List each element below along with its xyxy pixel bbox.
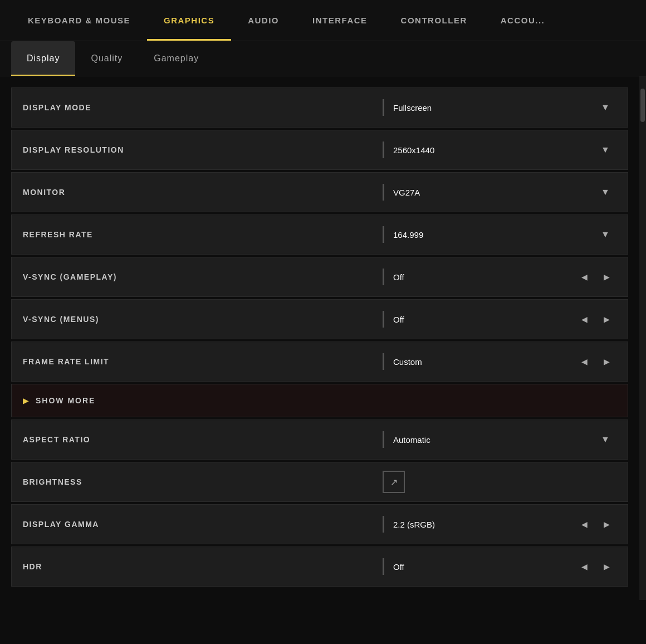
scrollbar[interactable] [639,76,646,600]
show-more-arrow-icon: ▶ [23,396,29,405]
divider-vsync-menus [383,311,384,328]
top-nav-item-account[interactable]: ACCOU... [484,0,562,41]
sub-tab-gameplay[interactable]: Gameplay [138,41,214,76]
left-arrow-vsync-menus[interactable]: ◀ [574,309,594,329]
setting-row-refresh-rate: REFRESH RATE164.999 [11,214,628,255]
divider-hdr [383,558,384,575]
setting-label-display-mode: DISPLAY MODE [23,103,383,112]
sub-tab-navigation: DisplayQualityGameplay [0,41,646,76]
setting-row-display-resolution: DISPLAY RESOLUTION2560x1440 [11,130,628,170]
right-arrow-frame-rate-limit[interactable]: ▶ [596,352,616,372]
divider-refresh-rate [383,226,384,243]
dropdown-arrow-refresh-rate[interactable] [594,223,616,246]
setting-value-frame-rate-limit: Custom [393,357,574,367]
show-more-row[interactable]: ▶SHOW MORE [11,384,628,417]
setting-control-aspect-ratio: Automatic [383,428,616,451]
setting-value-vsync-menus: Off [393,315,574,324]
external-link-icon-brightness[interactable]: ↗ [383,471,405,493]
top-nav-item-controller[interactable]: CONTROLLER [384,0,484,41]
right-arrow-hdr[interactable]: ▶ [596,557,616,577]
setting-row-aspect-ratio: ASPECT RATIOAutomatic [11,419,628,460]
right-arrow-vsync-menus[interactable]: ▶ [596,309,616,329]
setting-row-vsync-menus: V-SYNC (MENUS)Off◀▶ [11,299,628,339]
setting-value-hdr: Off [393,562,574,572]
lr-arrows-frame-rate-limit: ◀▶ [574,352,616,372]
lr-arrows-hdr: ◀▶ [574,557,616,577]
setting-label-hdr: HDR [23,562,383,571]
top-navigation: KEYBOARD & MOUSEGRAPHICSAUDIOINTERFACECO… [0,0,646,41]
setting-control-frame-rate-limit: Custom◀▶ [383,352,616,372]
setting-label-aspect-ratio: ASPECT RATIO [23,435,383,444]
left-arrow-hdr[interactable]: ◀ [574,557,594,577]
lr-arrows-display-gamma: ◀▶ [574,514,616,534]
dropdown-arrow-aspect-ratio[interactable] [594,428,616,451]
divider-frame-rate-limit [383,353,384,370]
setting-control-vsync-menus: Off◀▶ [383,309,616,329]
setting-label-monitor: MONITOR [23,188,383,197]
setting-row-brightness: BRIGHTNESS↗ [11,462,628,502]
setting-value-aspect-ratio: Automatic [393,435,594,445]
left-arrow-display-gamma[interactable]: ◀ [574,514,594,534]
setting-row-hdr: HDROff◀▶ [11,547,628,587]
right-arrow-display-gamma[interactable]: ▶ [596,514,616,534]
setting-row-display-mode: DISPLAY MODEFullscreen [11,87,628,128]
dropdown-arrow-display-resolution[interactable] [594,139,616,161]
setting-value-display-resolution: 2560x1440 [393,145,594,155]
top-nav-item-interface[interactable]: INTERFACE [296,0,384,41]
setting-label-vsync-gameplay: V-SYNC (GAMEPLAY) [23,272,383,281]
left-arrow-frame-rate-limit[interactable]: ◀ [574,352,594,372]
setting-control-hdr: Off◀▶ [383,557,616,577]
divider-display-mode [383,99,384,116]
setting-control-display-mode: Fullscreen [383,96,616,119]
lr-arrows-vsync-menus: ◀▶ [574,309,616,329]
lr-arrows-vsync-gameplay: ◀▶ [574,267,616,287]
setting-label-refresh-rate: REFRESH RATE [23,230,383,239]
scrollbar-thumb[interactable] [640,89,645,122]
setting-row-display-gamma: DISPLAY GAMMA2.2 (sRGB)◀▶ [11,504,628,544]
setting-label-vsync-menus: V-SYNC (MENUS) [23,315,383,324]
settings-panel: DISPLAY MODEFullscreenDISPLAY RESOLUTION… [0,76,639,600]
divider-monitor [383,184,384,201]
divider-display-resolution [383,142,384,158]
setting-control-monitor: VG27A [383,181,616,203]
setting-label-brightness: BRIGHTNESS [23,477,383,486]
top-nav-item-audio[interactable]: AUDIO [231,0,296,41]
divider-vsync-gameplay [383,269,384,285]
setting-control-refresh-rate: 164.999 [383,223,616,246]
setting-label-display-resolution: DISPLAY RESOLUTION [23,145,383,154]
setting-row-monitor: MONITORVG27A [11,172,628,212]
top-nav-item-graphics[interactable]: GRAPHICS [147,0,231,41]
setting-value-monitor: VG27A [393,188,594,197]
setting-value-refresh-rate: 164.999 [393,230,594,240]
show-more-label: SHOW MORE [36,396,95,405]
dropdown-arrow-display-mode[interactable] [594,96,616,119]
sub-tab-display[interactable]: Display [11,41,75,76]
sub-tab-quality[interactable]: Quality [75,41,138,76]
setting-value-display-gamma: 2.2 (sRGB) [393,520,574,529]
dropdown-arrow-monitor[interactable] [594,181,616,203]
divider-aspect-ratio [383,431,384,448]
setting-value-vsync-gameplay: Off [393,272,574,282]
setting-control-brightness: ↗ [383,471,616,493]
setting-control-vsync-gameplay: Off◀▶ [383,267,616,287]
setting-label-display-gamma: DISPLAY GAMMA [23,520,383,529]
setting-control-display-gamma: 2.2 (sRGB)◀▶ [383,514,616,534]
setting-value-display-mode: Fullscreen [393,103,594,113]
setting-control-display-resolution: 2560x1440 [383,139,616,161]
setting-row-frame-rate-limit: FRAME RATE LIMITCustom◀▶ [11,341,628,382]
setting-label-frame-rate-limit: FRAME RATE LIMIT [23,357,383,366]
top-nav-item-keyboard-mouse[interactable]: KEYBOARD & MOUSE [11,0,147,41]
right-arrow-vsync-gameplay[interactable]: ▶ [596,267,616,287]
left-arrow-vsync-gameplay[interactable]: ◀ [574,267,594,287]
setting-row-vsync-gameplay: V-SYNC (GAMEPLAY)Off◀▶ [11,257,628,297]
divider-display-gamma [383,516,384,533]
